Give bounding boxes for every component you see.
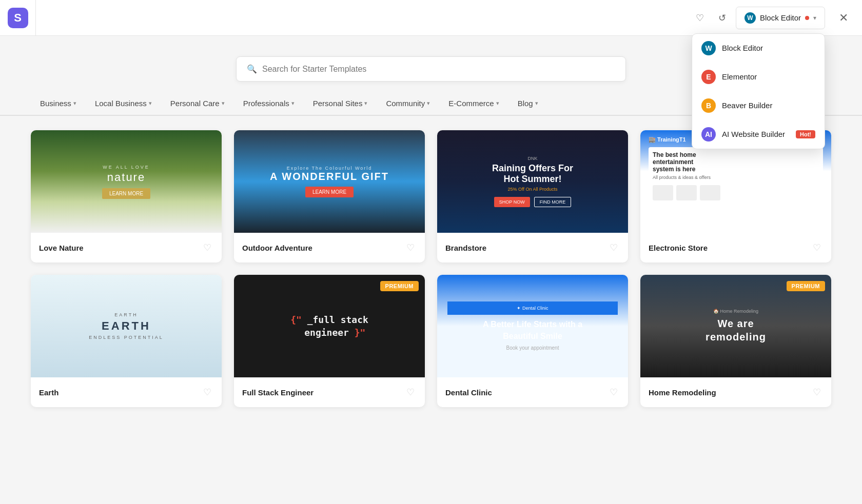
dropdown-overlay[interactable] <box>0 0 862 428</box>
